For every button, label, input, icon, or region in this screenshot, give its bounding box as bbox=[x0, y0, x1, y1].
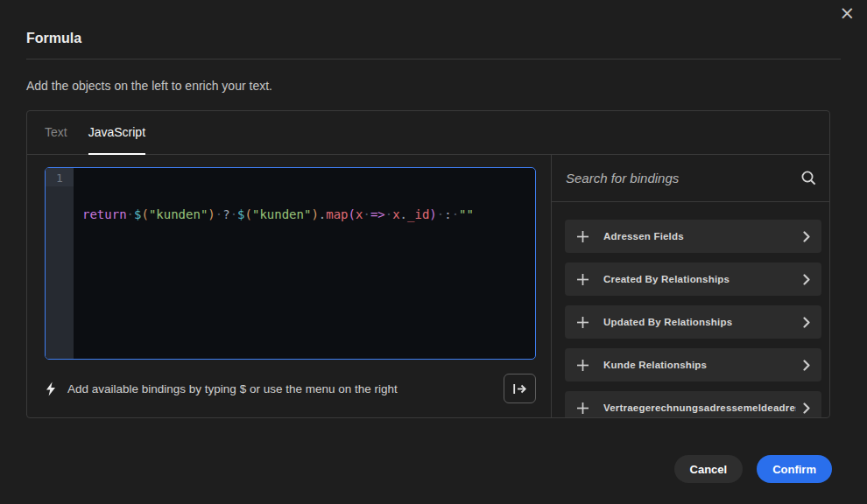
binding-card-label: Kunde Relationships bbox=[603, 360, 796, 370]
binding-card-label: Vertraegerechnungsadressemeldeadresse bbox=[603, 402, 796, 413]
tab-bar: Text JavaScript bbox=[27, 111, 829, 155]
line-number: 1 bbox=[46, 168, 74, 186]
plus-icon bbox=[576, 316, 589, 329]
binding-card-label: Adressen Fields bbox=[603, 231, 796, 242]
code-token: · bbox=[215, 207, 222, 221]
code-token: _id bbox=[407, 207, 429, 221]
code-token: "kunden" bbox=[252, 207, 311, 221]
code-token: : bbox=[444, 207, 451, 221]
binding-editor-container: Text JavaScript 1 return·$("kunden")·?·$… bbox=[26, 110, 830, 418]
binding-hint-text: Add available bindings by typing $ or us… bbox=[67, 382, 398, 396]
chevron-right-icon bbox=[803, 317, 810, 328]
code-token: $ bbox=[237, 207, 244, 221]
code-token: ) bbox=[311, 207, 318, 221]
code-token: return bbox=[82, 207, 127, 221]
binding-category-card[interactable]: Updated By Relationships bbox=[565, 305, 821, 339]
binding-category-card[interactable]: Kunde Relationships bbox=[565, 348, 821, 382]
close-icon[interactable]: × bbox=[839, 4, 855, 23]
plus-icon bbox=[576, 359, 589, 372]
open-expanded-editor-icon bbox=[512, 382, 527, 396]
code-token: · bbox=[452, 207, 459, 221]
code-token: · bbox=[437, 207, 444, 221]
editor-gutter: 1 bbox=[46, 168, 74, 359]
code-token: ( bbox=[141, 207, 148, 221]
code-token: ) bbox=[208, 207, 215, 221]
code-token: "kunden" bbox=[149, 207, 208, 221]
code-token: ( bbox=[349, 207, 356, 221]
plus-icon bbox=[576, 230, 589, 243]
modal-subtitle: Add the objects on the left to enrich yo… bbox=[26, 79, 272, 93]
code-area[interactable]: return·$("kunden")·?·$("kunden").map(x·=… bbox=[74, 168, 535, 359]
bindings-search-row[interactable]: Search for bindings bbox=[552, 155, 829, 202]
code-token: · bbox=[363, 207, 370, 221]
tab-javascript[interactable]: JavaScript bbox=[88, 111, 145, 155]
chevron-right-icon bbox=[803, 360, 810, 371]
code-token: ) bbox=[429, 207, 436, 221]
modal-title: Formula bbox=[26, 31, 81, 46]
editor-hint-row: Add available bindings by typing $ or us… bbox=[45, 374, 536, 403]
tab-text[interactable]: Text bbox=[45, 111, 67, 155]
code-token: ( bbox=[245, 207, 252, 221]
code-line: return·$("kunden")·?·$("kunden").map(x·=… bbox=[82, 206, 535, 223]
bindings-search-input[interactable]: Search for bindings bbox=[566, 171, 800, 186]
code-token: x bbox=[392, 207, 399, 221]
code-token: . bbox=[319, 207, 326, 221]
search-icon bbox=[800, 170, 817, 186]
binding-card-label: Updated By Relationships bbox=[603, 317, 796, 327]
binding-category-card[interactable]: Vertraegerechnungsadressemeldeadresse bbox=[565, 391, 821, 417]
code-token: · bbox=[127, 207, 134, 221]
binding-category-card[interactable]: Created By Relationships bbox=[565, 262, 821, 296]
plus-icon bbox=[576, 273, 589, 286]
formula-modal: { "modal": { "title": "Formula", "subtit… bbox=[0, 0, 867, 504]
code-editor[interactable]: 1 return·$("kunden")·?·$("kunden").map(x… bbox=[45, 167, 536, 360]
code-token: . bbox=[400, 207, 407, 221]
cancel-button[interactable]: Cancel bbox=[674, 455, 744, 483]
code-token: · bbox=[385, 207, 392, 221]
lightning-bolt-icon bbox=[45, 382, 57, 396]
editor-body-row: 1 return·$("kunden")·?·$("kunden").map(x… bbox=[27, 155, 829, 417]
confirm-button[interactable]: Confirm bbox=[757, 455, 832, 483]
header-divider bbox=[26, 59, 841, 60]
chevron-right-icon bbox=[803, 231, 810, 242]
editor-column: 1 return·$("kunden")·?·$("kunden").map(x… bbox=[27, 155, 551, 417]
code-token: "" bbox=[459, 207, 474, 221]
chevron-right-icon bbox=[803, 402, 810, 414]
binding-card-label: Created By Relationships bbox=[603, 274, 796, 284]
code-token: · bbox=[230, 207, 237, 221]
code-token: => bbox=[370, 207, 385, 221]
code-token: ? bbox=[222, 207, 229, 221]
footer-actions: Cancel Confirm bbox=[674, 455, 832, 483]
bindings-list: Adressen Fields Created By Relationships bbox=[552, 202, 829, 417]
chevron-right-icon bbox=[803, 274, 810, 285]
code-token: map bbox=[326, 207, 348, 221]
plus-icon bbox=[576, 402, 589, 415]
binding-category-card[interactable]: Adressen Fields bbox=[565, 220, 821, 253]
bindings-panel: Search for bindings Adressen Fields bbox=[551, 155, 829, 417]
expand-editor-button[interactable] bbox=[504, 374, 536, 403]
